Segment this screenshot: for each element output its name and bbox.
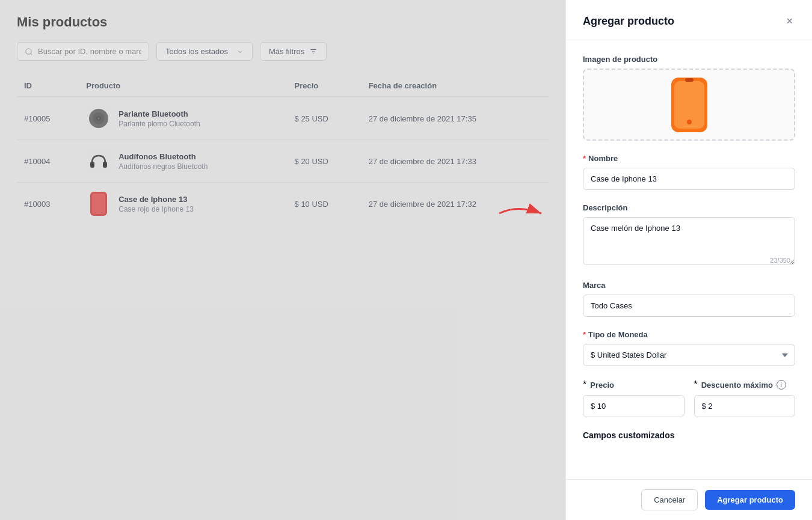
product-image-preview: [668, 76, 710, 133]
name-label: *Nombre: [583, 154, 795, 163]
price-label: Precio: [590, 381, 614, 390]
custom-fields-section: Campos customizados: [583, 430, 795, 440]
image-field: Imagen de producto: [583, 55, 795, 141]
price-row: * Precio * Descuento máximo i: [583, 379, 795, 417]
products-table: ID Producto Precio Fecha de creación #10…: [17, 75, 549, 225]
col-product: Producto: [79, 75, 287, 97]
col-date: Fecha de creación: [361, 75, 549, 97]
product-subtitle: Parlante plomo Cluetooth: [118, 120, 200, 128]
product-name: Parlante Bluetooth: [118, 109, 200, 118]
product-subtitle: Audífonos negros Bluetooth: [118, 162, 208, 171]
product-thumbnail: [86, 191, 111, 216]
svg-rect-12: [92, 194, 105, 214]
image-upload-area[interactable]: [583, 69, 795, 141]
chevron-down-icon: [236, 48, 244, 55]
svg-rect-10: [103, 162, 107, 168]
svg-rect-16: [685, 78, 694, 82]
description-label: Descripción: [583, 203, 795, 212]
description-wrap: 23/350: [583, 217, 795, 268]
search-input[interactable]: [38, 47, 141, 56]
col-price: Precio: [288, 75, 361, 97]
price-field: * Precio: [583, 379, 684, 417]
row-id: #10005: [17, 97, 79, 140]
row-id: #10004: [17, 140, 79, 183]
row-price: $ 10 USD: [288, 183, 361, 225]
add-product-drawer: Agregar producto × Imagen de producto *N…: [565, 0, 812, 520]
row-price: $ 20 USD: [288, 140, 361, 183]
status-filter[interactable]: Todos los estados: [156, 42, 253, 61]
row-date: 27 de diciembre de 2021 17:32: [361, 183, 549, 225]
discount-input[interactable]: [694, 395, 796, 417]
price-input[interactable]: [583, 395, 684, 417]
name-field: *Nombre: [583, 154, 795, 190]
table-row[interactable]: #10005 Parlante Bluetooth Parlante plomo…: [17, 97, 549, 140]
search-icon: [25, 47, 33, 56]
name-input[interactable]: [583, 168, 795, 190]
description-textarea[interactable]: [583, 217, 795, 265]
col-id: ID: [17, 75, 79, 97]
svg-point-8: [98, 118, 100, 120]
product-subtitle: Case rojo de Iphone 13: [118, 205, 194, 213]
discount-label: Descuento máximo: [701, 381, 773, 390]
drawer-body: Imagen de producto *Nombre Descripción: [566, 40, 812, 479]
brand-input[interactable]: [583, 295, 795, 317]
discount-field: * Descuento máximo i: [694, 379, 796, 417]
description-field: Descripción 23/350: [583, 203, 795, 268]
row-product: Parlante Bluetooth Parlante plomo Clueto…: [79, 97, 287, 140]
toolbar: Todos los estados Más filtros: [17, 42, 549, 61]
image-label: Imagen de producto: [583, 55, 795, 64]
brand-label: Marca: [583, 281, 795, 290]
row-date: 27 de diciembre de 2021 17:33: [361, 140, 549, 183]
more-filters-button[interactable]: Más filtros: [260, 42, 327, 61]
row-price: $ 25 USD: [288, 97, 361, 140]
svg-point-0: [26, 48, 31, 54]
table-row[interactable]: #10003 Case de Iphone 13 Case rojo de Ip…: [17, 183, 549, 225]
drawer-header: Agregar producto ×: [566, 0, 812, 40]
row-date: 27 de diciembre de 2021 17:35: [361, 97, 549, 140]
search-box[interactable]: [17, 42, 149, 61]
brand-field: Marca: [583, 281, 795, 317]
filter-icon: [309, 47, 318, 56]
page-title: Mis productos: [17, 14, 549, 30]
row-id: #10003: [17, 183, 79, 225]
submit-button[interactable]: Agregar producto: [705, 490, 795, 510]
currency-select-wrapper: $ United States Dollar: [583, 344, 795, 366]
svg-point-17: [687, 120, 692, 124]
svg-rect-9: [90, 162, 94, 168]
close-button[interactable]: ×: [784, 13, 795, 29]
discount-info-icon[interactable]: i: [777, 380, 786, 390]
cancel-button[interactable]: Cancelar: [641, 489, 698, 510]
svg-line-1: [31, 53, 32, 55]
product-thumbnail: [86, 106, 111, 131]
product-name: Audífonos Bluetooth: [118, 152, 208, 161]
row-product: Case de Iphone 13 Case rojo de Iphone 13: [79, 183, 287, 225]
drawer-footer: Cancelar Agregar producto: [566, 479, 812, 520]
drawer-title: Agregar producto: [583, 15, 674, 28]
table-row[interactable]: #10004 Audífonos Bluetooth Audífonos neg…: [17, 140, 549, 183]
currency-label: *Tipo de Moneda: [583, 330, 795, 339]
currency-field: *Tipo de Moneda $ United States Dollar: [583, 330, 795, 366]
product-thumbnail: [86, 148, 111, 174]
char-count: 23/350: [770, 257, 790, 264]
products-list-panel: Mis productos Todos los estados Más filt…: [0, 0, 565, 520]
currency-select[interactable]: $ United States Dollar: [583, 344, 795, 366]
custom-fields-label: Campos customizados: [583, 430, 795, 440]
product-name: Case de Iphone 13: [118, 195, 194, 204]
row-product: Audífonos Bluetooth Audífonos negros Blu…: [79, 140, 287, 183]
